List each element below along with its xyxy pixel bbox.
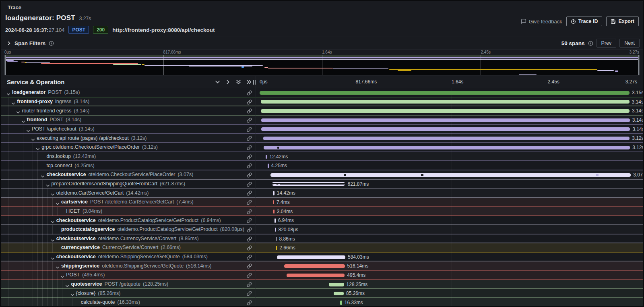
span-bar[interactable] xyxy=(264,146,630,149)
span-bar-cell[interactable]: 3.15s xyxy=(256,88,643,97)
chevron-down-icon[interactable] xyxy=(70,291,74,298)
chevron-down-icon[interactable] xyxy=(31,136,35,143)
span-link-icon[interactable] xyxy=(247,263,252,270)
span-name-cell[interactable]: tcp.connect(4.25ms) xyxy=(1,161,256,170)
minimap-viewport-handle[interactable] xyxy=(5,55,6,75)
chevron-down-icon[interactable] xyxy=(51,191,55,198)
chevron-down-icon[interactable] xyxy=(11,100,15,107)
span-name-cell[interactable]: dns.lookup(12.42ms) xyxy=(1,152,256,162)
span-name-cell[interactable]: prepareOrderItemsAndShippingQuoteFromCar… xyxy=(1,180,256,189)
span-row[interactable]: executing api route (pages) /api/checkou… xyxy=(1,134,643,143)
span-row[interactable]: oteldemo.CartService/GetCart(14.42ms)14.… xyxy=(1,189,643,198)
span-name-cell[interactable]: {closure}(85.26ms) xyxy=(1,289,256,298)
span-link-icon[interactable] xyxy=(247,190,252,197)
span-bar-cell[interactable]: 3.14s xyxy=(256,97,643,107)
span-row[interactable]: POST(495.4ms)495.4ms xyxy=(1,271,643,280)
span-name-cell[interactable]: oteldemo.CartService/GetCart(14.42ms) xyxy=(1,189,256,198)
span-name-cell[interactable]: POST /api/checkout(3.14s) xyxy=(1,125,256,134)
prev-span-button[interactable]: Prev xyxy=(597,39,617,48)
span-bar[interactable] xyxy=(275,218,276,223)
chevron-down-icon[interactable] xyxy=(56,200,60,207)
span-bar[interactable] xyxy=(268,164,269,168)
give-feedback-link[interactable]: Give feedback xyxy=(521,19,562,25)
expand-one-icon[interactable] xyxy=(225,79,231,85)
span-bar-cell[interactable]: 820.08μs xyxy=(256,225,643,234)
span-row[interactable]: checkoutserviceoteldemo.ProductCatalogSe… xyxy=(1,216,643,225)
span-bar[interactable] xyxy=(277,255,345,259)
span-bar-cell[interactable]: 3.12s xyxy=(256,143,643,152)
span-bar[interactable] xyxy=(334,292,344,295)
span-link-icon[interactable] xyxy=(247,254,252,261)
span-link-icon[interactable] xyxy=(247,199,252,207)
chevron-down-icon[interactable] xyxy=(56,264,60,271)
span-bar-cell[interactable]: 85.26ms xyxy=(256,289,643,298)
span-bar-cell[interactable]: 516.14ms xyxy=(256,261,643,271)
span-bar-cell[interactable]: 3.14s xyxy=(256,125,643,134)
span-row[interactable]: router frontend egress(3.14s)3.14s xyxy=(1,106,643,116)
span-bar-cell[interactable]: 128.25ms xyxy=(256,280,643,289)
panel-resize-handle[interactable] xyxy=(253,80,256,85)
span-row[interactable]: grpc.oteldemo.CheckoutService/PlaceOrder… xyxy=(1,143,643,152)
span-bar-cell[interactable]: 6.94ms xyxy=(256,216,643,225)
span-bar[interactable] xyxy=(329,283,344,286)
chevron-down-icon[interactable] xyxy=(16,109,20,116)
span-bar-cell[interactable]: 2.66ms xyxy=(256,243,643,253)
span-name-cell[interactable]: grpc.oteldemo.CheckoutService/PlaceOrder… xyxy=(1,143,256,152)
span-row[interactable]: calculate-quote(16.33ms)16.33ms xyxy=(1,298,643,306)
span-link-icon[interactable] xyxy=(247,227,252,234)
span-bar[interactable] xyxy=(284,264,345,268)
chevron-down-icon[interactable] xyxy=(65,282,69,289)
span-bar-cell[interactable]: 7.4ms xyxy=(256,198,643,207)
chevron-down-icon[interactable] xyxy=(21,118,25,125)
span-bar[interactable] xyxy=(260,91,630,95)
span-link-icon[interactable] xyxy=(247,300,252,306)
span-bar[interactable] xyxy=(273,191,275,195)
span-row[interactable]: loadgeneratorPOST(3.15s)3.15s xyxy=(1,88,643,97)
span-name-cell[interactable]: frontend-proxyingress(3.14s) xyxy=(1,97,256,107)
collapse-all-icon[interactable] xyxy=(236,79,241,85)
span-link-icon[interactable] xyxy=(247,290,252,298)
span-row[interactable]: frontend-proxyingress(3.14s)3.14s xyxy=(1,97,643,107)
chevron-down-icon[interactable] xyxy=(60,273,64,280)
chevron-down-icon[interactable] xyxy=(6,91,10,97)
span-link-icon[interactable] xyxy=(247,181,252,189)
minimap-viewport-handle[interactable] xyxy=(638,55,639,75)
info-icon[interactable] xyxy=(49,41,54,46)
span-link-icon[interactable] xyxy=(247,172,252,179)
span-bar-cell[interactable]: 621.87ms xyxy=(256,180,643,189)
span-bar-cell[interactable]: 3.14s xyxy=(256,106,643,116)
chevron-right-icon[interactable] xyxy=(7,41,11,46)
chevron-down-icon[interactable] xyxy=(51,218,55,225)
span-bar[interactable] xyxy=(273,200,275,205)
span-bar-cell[interactable]: 14.42ms xyxy=(256,189,643,198)
chevron-down-icon[interactable] xyxy=(36,145,40,152)
span-link-icon[interactable] xyxy=(247,90,252,97)
span-link-icon[interactable] xyxy=(247,145,252,152)
trace-minimap[interactable]: 0μs817.66ms1.64s2.45s3.27s xyxy=(1,50,643,76)
span-bar[interactable] xyxy=(270,173,631,177)
span-link-icon[interactable] xyxy=(247,117,252,124)
span-link-icon[interactable] xyxy=(247,99,252,106)
span-bar[interactable] xyxy=(266,155,267,159)
span-link-icon[interactable] xyxy=(247,282,252,289)
span-bar-cell[interactable]: 12.42ms xyxy=(256,152,643,162)
chevron-down-icon[interactable] xyxy=(41,173,45,180)
span-row[interactable]: checkoutserviceoteldemo.CurrencyService/… xyxy=(1,234,643,244)
span-name-cell[interactable]: HGET(3.04ms) xyxy=(1,207,256,216)
span-bar-cell[interactable]: 4.25ms xyxy=(256,161,643,170)
span-name-cell[interactable]: executing api route (pages) /api/checkou… xyxy=(1,134,256,143)
span-name-cell[interactable]: currencyserviceCurrencyService/Convert(2… xyxy=(1,243,256,253)
span-link-icon[interactable] xyxy=(247,127,252,134)
span-link-icon[interactable] xyxy=(247,209,252,216)
span-bar-cell[interactable]: 3.04ms xyxy=(256,207,643,216)
span-row[interactable]: HGET(3.04ms)3.04ms xyxy=(1,207,643,216)
span-row[interactable]: prepareOrderItemsAndShippingQuoteFromCar… xyxy=(1,180,643,189)
span-name-cell[interactable]: checkoutserviceoteldemo.ProductCatalogSe… xyxy=(1,216,256,225)
span-name-cell[interactable]: calculate-quote(16.33ms) xyxy=(1,298,256,306)
span-row[interactable]: frontendPOST(3.14s)3.14s xyxy=(1,116,643,125)
span-row[interactable]: currencyserviceCurrencyService/Convert(2… xyxy=(1,243,643,253)
chevron-down-icon[interactable] xyxy=(51,255,55,262)
next-span-button[interactable]: Next xyxy=(619,39,640,48)
span-row[interactable]: tcp.connect(4.25ms)4.25ms xyxy=(1,161,643,170)
span-bar[interactable] xyxy=(275,228,276,232)
